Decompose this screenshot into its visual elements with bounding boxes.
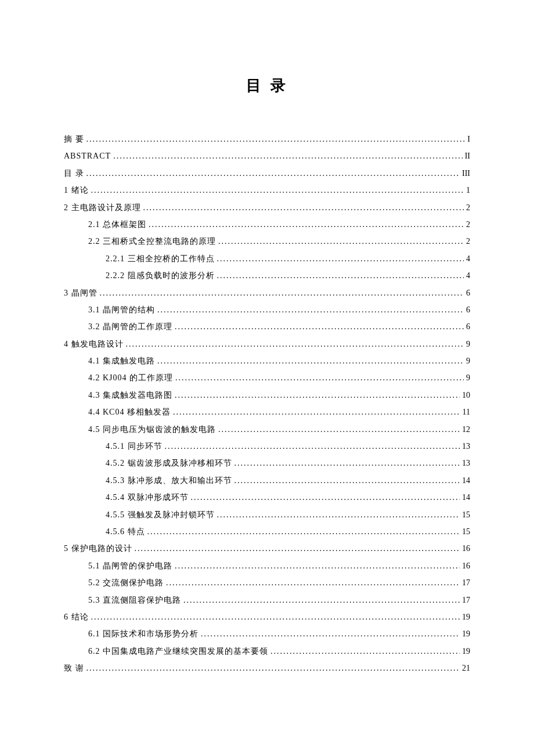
toc-entry: 5.3 直流侧阻容保护电路17 <box>64 592 470 609</box>
toc-entry-label: 4.4 KC04 移相触发器 <box>88 404 171 420</box>
toc-entry-label: 4.3 集成触发器电路图 <box>88 387 172 404</box>
toc-entry: ABSTRACTII <box>64 147 470 164</box>
toc-entry: 1 绪论1 <box>64 182 470 199</box>
toc-entry: 2.2.1 三相全控桥的工作特点4 <box>64 250 470 267</box>
toc-entry: 6.1 国际技术和市场形势分析19 <box>64 625 470 642</box>
toc-entry-page: I <box>467 131 470 147</box>
toc-leader-dots <box>157 301 464 318</box>
toc-leader-dots <box>86 131 466 147</box>
toc-entry-label: 1 绪论 <box>64 182 89 199</box>
toc-leader-dots <box>175 318 464 335</box>
toc-entry: 4.5.4 双脉冲形成环节14 <box>64 489 470 506</box>
toc-entry-page: 14 <box>462 489 470 506</box>
toc-entry-page: 19 <box>462 609 470 625</box>
toc-entry: 4.5.1 同步环节13 <box>64 438 470 455</box>
toc-leader-dots <box>175 387 460 404</box>
toc-entry-label: ABSTRACT <box>64 147 111 164</box>
toc-entry-label: 3.2 晶闸管的工作原理 <box>88 318 172 335</box>
toc-entry: 5.1 晶闸管的保护电路16 <box>64 557 470 574</box>
toc-entry: 摘 要I <box>64 131 470 147</box>
toc-entry: 4.5.6 特点15 <box>64 523 470 540</box>
toc-entry-page: 19 <box>462 625 470 642</box>
toc-leader-dots <box>113 147 463 164</box>
toc-entry-label: 4.5.4 双脉冲形成环节 <box>106 489 189 506</box>
toc-entry: 致 谢21 <box>64 660 470 676</box>
toc-entry-page: 4 <box>466 267 470 284</box>
toc-leader-dots <box>218 421 460 438</box>
toc-entry-page: 2 <box>466 216 470 233</box>
toc-entry-page: 6 <box>466 318 470 335</box>
toc-entry-page: 11 <box>463 404 470 420</box>
toc-entry-label: 4 触发电路设计 <box>64 336 124 352</box>
toc-entry: 5.2 交流侧保护电路17 <box>64 574 470 591</box>
toc-entry: 6 结论19 <box>64 609 470 625</box>
toc-leader-dots <box>166 574 460 591</box>
toc-leader-dots <box>165 438 460 455</box>
toc-entry-page: 19 <box>462 643 470 660</box>
toc-entry-label: 4.1 集成触发电路 <box>88 352 155 369</box>
toc-entry-label: 5.2 交流侧保护电路 <box>88 574 164 591</box>
toc-entry-page: 10 <box>462 387 470 404</box>
toc-leader-dots <box>175 557 460 574</box>
toc-entry-label: 摘 要 <box>64 131 84 147</box>
toc-entry-label: 2.2.2 阻感负载时的波形分析 <box>106 267 215 284</box>
toc-entry-page: 9 <box>466 369 470 386</box>
toc-leader-dots <box>86 660 460 676</box>
toc-leader-dots <box>126 336 464 352</box>
toc-entry: 4.5.2 锯齿波形成及脉冲移相环节13 <box>64 455 470 471</box>
toc-entry-page: 17 <box>462 592 470 609</box>
toc-leader-dots <box>270 643 460 660</box>
toc-entry: 4.1 集成触发电路9 <box>64 352 470 369</box>
toc-entry-label: 目 录 <box>64 165 84 182</box>
toc-leader-dots <box>217 506 460 523</box>
toc-leader-dots <box>149 216 464 233</box>
toc-entry-page: 13 <box>462 438 470 455</box>
toc-entry-label: 3.1 晶闸管的结构 <box>88 301 155 318</box>
toc-entry-page: III <box>462 165 470 182</box>
toc-entry-label: 6.2 中国集成电路产业继续突围发展的基本要领 <box>88 643 268 660</box>
toc-entry: 3.1 晶闸管的结构6 <box>64 301 470 318</box>
toc-entry: 目 录III <box>64 165 470 182</box>
toc-entry: 4.5.5 强触发及脉冲封锁环节15 <box>64 506 470 523</box>
toc-entry-label: 5.3 直流侧阻容保护电路 <box>88 592 181 609</box>
toc-leader-dots <box>175 369 464 386</box>
toc-leader-dots <box>91 182 464 199</box>
toc-entry-label: 4.5.6 特点 <box>106 523 145 540</box>
toc-entry-page: II <box>465 147 470 164</box>
toc-entry: 3 晶闸管6 <box>64 285 470 301</box>
toc-entry-label: 4.2 KJ004 的工作原理 <box>88 369 173 386</box>
toc-leader-dots <box>191 489 460 506</box>
toc-leader-dots <box>143 199 464 216</box>
toc-entry: 2.2.2 阻感负载时的波形分析4 <box>64 267 470 284</box>
toc-entry-label: 4.5.1 同步环节 <box>106 438 163 455</box>
toc-entry-page: 2 <box>466 199 470 216</box>
toc-entry: 4.2 KJ004 的工作原理9 <box>64 369 470 386</box>
toc-entry: 5 保护电路的设计16 <box>64 540 470 557</box>
toc-entry-label: 6.1 国际技术和市场形势分析 <box>88 625 199 642</box>
toc-entry: 6.2 中国集成电路产业继续突围发展的基本要领19 <box>64 643 470 660</box>
toc-entry-label: 6 结论 <box>64 609 89 625</box>
toc-entry-label: 4.5.3 脉冲形成、放大和输出环节 <box>106 472 232 489</box>
toc-entry-page: 16 <box>462 557 470 574</box>
toc-entry-label: 2.2 三相桥式全控整流电路的原理 <box>88 233 216 250</box>
toc-leader-dots <box>91 609 460 625</box>
toc-entry-label: 致 谢 <box>64 660 84 676</box>
toc-entry-page: 13 <box>462 455 470 471</box>
toc-entry-page: 4 <box>466 250 470 267</box>
toc-entry-page: 12 <box>462 421 470 438</box>
toc-leader-dots <box>217 250 464 267</box>
toc-entry-page: 17 <box>462 574 470 591</box>
toc-leader-dots <box>183 592 460 609</box>
toc-entry: 4.3 集成触发器电路图10 <box>64 387 470 404</box>
toc-entry: 4.5 同步电压为锯齿波的触发电路12 <box>64 421 470 438</box>
toc-entry-label: 2.2.1 三相全控桥的工作特点 <box>106 250 215 267</box>
toc-entry-label: 2 主电路设计及原理 <box>64 199 141 216</box>
toc-entry-page: 9 <box>466 352 470 369</box>
table-of-contents: 摘 要IABSTRACTII目 录III1 绪论12 主电路设计及原理22.1 … <box>64 131 470 677</box>
toc-leader-dots <box>201 625 460 642</box>
toc-entry-page: 6 <box>466 285 470 301</box>
toc-leader-dots <box>234 455 460 471</box>
toc-leader-dots <box>157 352 464 369</box>
toc-entry-label: 5.1 晶闸管的保护电路 <box>88 557 172 574</box>
toc-entry: 2.2 三相桥式全控整流电路的原理2 <box>64 233 470 250</box>
